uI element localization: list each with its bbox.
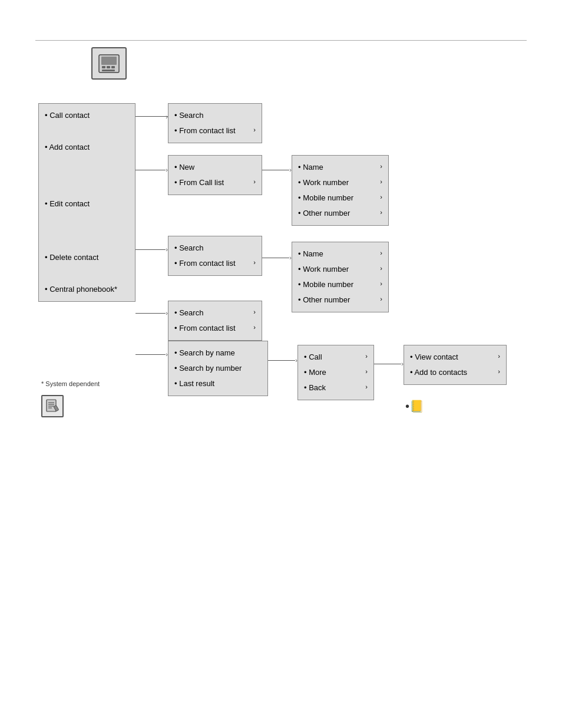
main-menu-item-add: • Add contact [45,140,129,155]
arrow-delete: › [135,309,168,317]
edit-detail-work: • Work number › [298,262,382,277]
add-detail-name: • Name › [298,160,382,175]
add-detail-mobile: • Mobile number › [298,190,382,206]
call-submenu-from-list: • From contact list › [174,123,256,139]
add-submenu-from-call: • From Call list › [174,175,256,190]
add-detail-box: • Name › • Work number › • Mobile number… [292,155,389,226]
edit-detail-other: • Other number › [298,292,382,308]
edit-detail-mobile: • Mobile number › [298,277,382,292]
main-menu-item-call: • Call contact [45,108,129,123]
arrow-more-detail: › [374,360,404,367]
central-result-box: • Call › • More › • Back › [297,345,374,400]
main-menu-box: • Call contact • Add contact • Edit cont… [38,103,135,302]
central-submenu-box: • Search by name • Search by number • La… [168,341,268,396]
system-note: * System dependent [41,380,100,387]
edit-submenu-from-list: • From contact list › [174,256,256,271]
central-search-by-name: • Search by name [174,345,262,361]
svg-rect-1 [101,57,117,65]
more-detail-box: • View contact › • Add to contacts › [404,345,507,385]
main-menu-item-delete: • Delete contact [45,250,129,265]
more-detail-view: • View contact › [410,350,500,365]
edit-submenu-box: • Search • From contact list › [168,236,262,276]
arrow-central-result: › [268,357,297,364]
edit-submenu-search: • Search [174,241,256,256]
delete-submenu-box: • Search › • From contact list › [168,301,262,341]
more-detail-add: • Add to contacts › [410,365,500,380]
central-result-more: • More › [304,365,368,380]
add-detail-work: • Work number › [298,175,382,190]
delete-submenu-from-list: • From contact list › [174,321,256,336]
add-submenu-new: • New [174,160,256,175]
add-submenu-box: • New • From Call list › [168,155,262,195]
delete-submenu-search: • Search › [174,305,256,321]
edit-detail-box: • Name › • Work number › • Mobile number… [292,242,389,312]
arrow-central: › [135,351,168,358]
central-search-by-number: • Search by number [174,361,262,376]
main-menu-item-edit: • Edit contact [45,196,129,212]
add-detail-other: • Other number › [298,206,382,221]
main-menu-item-central: • Central phonebook* [45,282,129,297]
central-result-call: • Call › [304,350,368,365]
central-last-result: • Last result [174,376,262,391]
footer-icons-row: •📒 [41,395,424,417]
svg-rect-5 [102,70,115,71]
svg-rect-3 [107,66,110,68]
phonebook-icon: •📒 [405,399,424,413]
central-result-back: • Back › [304,380,368,396]
arrow-edit: › [135,246,168,253]
top-divider [35,40,527,41]
call-submenu-search: • Search [174,108,256,123]
arrow-add: › [135,166,168,173]
edit-detail-name: • Name › [298,246,382,262]
svg-rect-2 [102,66,105,68]
arrow-add-detail: › [262,166,292,173]
phone-icon [91,47,127,80]
arrow-call: › [135,116,168,117]
note-icon [41,395,64,417]
call-submenu-box: • Search • From contact list › [168,103,262,143]
arrow-edit-detail: › [262,254,292,261]
svg-rect-4 [111,66,115,68]
svg-rect-6 [47,400,56,411]
